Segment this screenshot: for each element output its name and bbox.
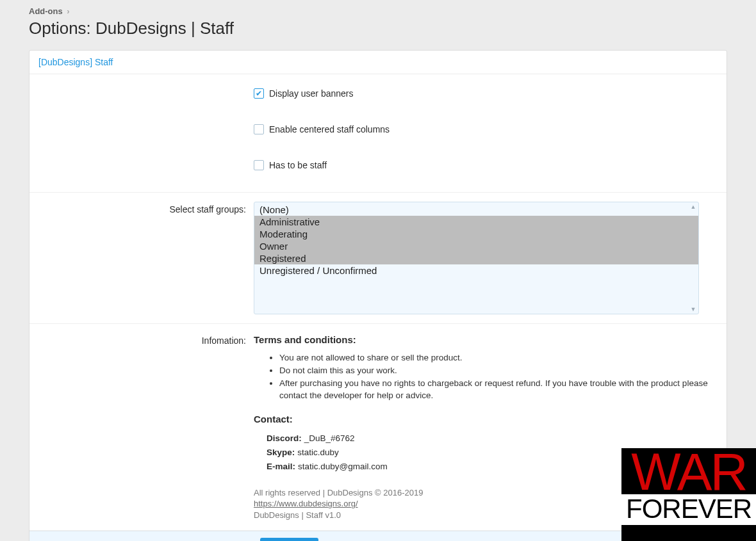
page-title: Options: DubDesigns | Staff	[29, 19, 727, 38]
option-moderating[interactable]: Moderating	[254, 228, 698, 240]
select-staff-groups[interactable]: (None) Administrative Moderating Owner R…	[254, 202, 699, 314]
list-item: You are not allowed to share or sell the…	[279, 351, 714, 364]
chevron-up-icon: ▲	[689, 204, 697, 210]
checkbox-label: Display user banners	[269, 88, 354, 99]
contact-discord-label: Discord:	[267, 433, 302, 443]
watermark-forever: FOREVER	[621, 494, 756, 525]
option-owner[interactable]: Owner	[254, 240, 698, 252]
checkbox-has-to-be-staff[interactable]: ✔	[254, 160, 264, 170]
contact-email-value: static.duby@gmail.com	[298, 462, 388, 471]
chevron-right-icon: ›	[65, 6, 71, 16]
breadcrumb-addons-link[interactable]: Add-ons	[29, 6, 63, 16]
contact-discord-value: _DuB_#6762	[304, 433, 355, 443]
panel-tabs: [DubDesigns] Staff	[29, 51, 727, 74]
checkbox-label: Has to be staff	[269, 160, 327, 170]
checkbox-label: Enable centered staff columns	[269, 124, 390, 134]
list-item: Do not claim this as your work.	[279, 364, 714, 377]
watermark-war: WAR	[621, 449, 756, 494]
label-select-groups: Select staff groups:	[29, 193, 254, 323]
dubdesigns-link[interactable]: https://www.dubdesigns.org/	[254, 499, 358, 508]
heading-contact: Contact:	[254, 414, 714, 424]
terms-list: You are not allowed to share or sell the…	[254, 351, 714, 402]
contact-skype-value: static.duby	[297, 448, 339, 457]
heading-terms: Terms and conditions:	[254, 334, 714, 345]
tab-dubdesigns-staff[interactable]: [DubDesigns] Staff	[38, 57, 113, 67]
breadcrumb: Add-ons ›	[29, 6, 727, 16]
checkbox-display-banners[interactable]: ✔	[254, 88, 264, 99]
option-none[interactable]: (None)	[254, 204, 698, 216]
option-administrative[interactable]: Administrative	[254, 216, 698, 228]
chevron-down-icon: ▼	[689, 306, 697, 312]
watermark-badge: WAR FOREVER	[621, 448, 756, 541]
option-registered[interactable]: Registered	[254, 252, 698, 264]
option-unregistered[interactable]: Unregistered / Unconfirmed	[254, 264, 698, 277]
checkbox-centered-columns[interactable]: ✔	[254, 124, 264, 134]
contact-email-label: E-mail:	[267, 462, 295, 471]
list-item: After purchasing you have no rights to c…	[279, 377, 714, 401]
label-information: Infomation:	[29, 324, 254, 530]
contact-skype-label: Skype:	[267, 448, 295, 457]
save-button[interactable]: Save	[260, 538, 318, 541]
scrollbar-thumb[interactable]: ▲ ▼	[689, 204, 697, 312]
